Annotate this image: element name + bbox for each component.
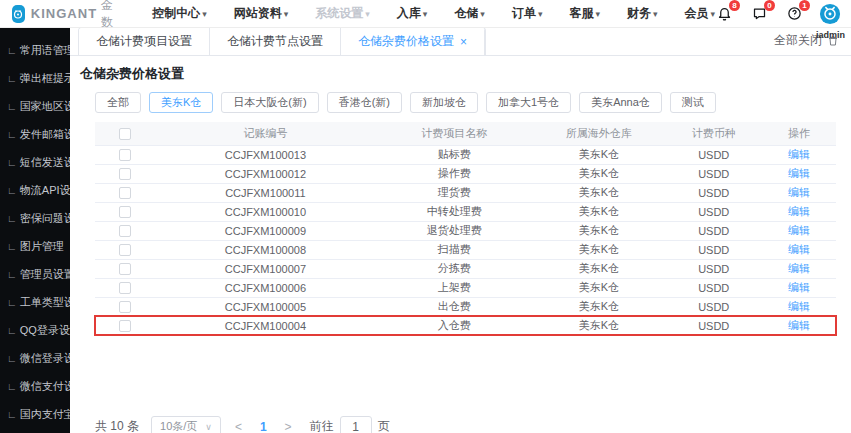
menu-item[interactable]: 网站资料▾ (234, 5, 289, 22)
sidebar-item-label: 短信发送设置 (20, 156, 70, 168)
cell-code: CCJFXM100013 (154, 145, 376, 164)
open-tabs: 仓储计费项目设置 仓储计费节点设置 仓储杂费价格设置 × (78, 27, 486, 55)
bell-icon[interactable]: 8 (715, 5, 733, 23)
edit-link[interactable]: 编辑 (788, 319, 810, 331)
row-checkbox[interactable] (119, 206, 131, 218)
edit-link[interactable]: 编辑 (788, 205, 810, 217)
tab[interactable]: 仓储计费项目设置 (79, 28, 210, 55)
row-checkbox[interactable] (119, 263, 131, 275)
sidebar-item-label: 国家地区设置 (20, 100, 70, 112)
warehouse-filter-button[interactable]: 测试 (670, 92, 716, 113)
warehouse-filter-button[interactable]: 美东K仓 (149, 92, 213, 113)
warehouse-filter-button[interactable]: 加拿大1号仓 (486, 92, 571, 113)
sidebar-item[interactable]: ∟密保问题设置 (0, 204, 70, 232)
sidebar-menu: ∟常用语管理 ∟弹出框提示语管理 ∟国家地区设置 ∟发件邮箱设置 ∟短信发送设置 (0, 36, 70, 428)
chevron-down-icon: ▾ (423, 9, 428, 19)
tree-corner-icon: ∟ (7, 241, 17, 252)
sidebar: ∟常用语管理 ∟弹出框提示语管理 ∟国家地区设置 ∟发件邮箱设置 ∟短信发送设置 (0, 28, 70, 433)
sidebar-item[interactable]: ∟国家地区设置 (0, 92, 70, 120)
cell-currency: USDD (666, 316, 762, 335)
sidebar-item[interactable]: ∟图片管理 (0, 232, 70, 260)
sidebar-item[interactable]: ∟发件邮箱设置 (0, 120, 70, 148)
cell-warehouse: 美东K仓 (532, 278, 665, 297)
page-unit-label: 页 (378, 418, 390, 433)
row-checkbox[interactable] (119, 187, 131, 199)
page-size-select[interactable]: 10条/页 ∨ (151, 416, 221, 433)
sidebar-item-label: 物流API设置 (20, 184, 70, 196)
menu-item[interactable]: 控制中心▾ (152, 5, 207, 22)
edit-link[interactable]: 编辑 (788, 148, 810, 160)
table-row: CCJFXM100006 上架费 美东K仓 USDD 编辑 (95, 278, 836, 297)
cell-fee-name: 贴标费 (377, 145, 533, 164)
fees-table: 记账编号 计费项目名称 所属海外仓库 计费币种 操作 CCJFXM100013 (95, 122, 836, 336)
warehouse-filter-button[interactable]: 日本大阪仓(新) (221, 92, 318, 113)
row-checkbox[interactable] (119, 149, 131, 161)
cell-code: CCJFXM100010 (154, 202, 376, 221)
menu-item-label: 客服 (569, 6, 593, 20)
table-row: CCJFXM100009 退货处理费 美东K仓 USDD 编辑 (95, 221, 836, 240)
cell-fee-name: 入仓费 (377, 316, 533, 335)
edit-link[interactable]: 编辑 (788, 186, 810, 198)
edit-link[interactable]: 编辑 (788, 281, 810, 293)
menu-item[interactable]: 订单▾ (512, 5, 543, 22)
bell-badge: 8 (729, 0, 740, 11)
sidebar-item-label: 工单类型设置 (20, 296, 70, 308)
sidebar-item[interactable]: ∟微信支付设置 (0, 372, 70, 400)
edit-link[interactable]: 编辑 (788, 300, 810, 312)
tab-close-icon[interactable]: × (460, 35, 467, 49)
row-checkbox[interactable] (119, 225, 131, 237)
sidebar-item[interactable]: ∟QQ登录设置 (0, 316, 70, 344)
sidebar-item[interactable]: ∟常用语管理 (0, 36, 70, 64)
user-menu[interactable]: iadmin (816, 3, 845, 40)
row-checkbox[interactable] (119, 301, 131, 313)
goto-page-input[interactable] (340, 416, 372, 433)
sidebar-item[interactable]: ∟微信登录设置 (0, 344, 70, 372)
tab-label: 仓储杂费价格设置 (358, 33, 454, 50)
edit-link[interactable]: 编辑 (788, 243, 810, 255)
menu-item[interactable]: 财务▾ (627, 5, 658, 22)
menu-item[interactable]: 客服▾ (569, 5, 600, 22)
warehouse-filter-button[interactable]: 美东Anna仓 (579, 92, 662, 113)
sidebar-item[interactable]: ∟短信发送设置 (0, 148, 70, 176)
sidebar-item[interactable]: ∟管理员设置 (0, 260, 70, 288)
tree-corner-icon: ∟ (7, 381, 17, 392)
current-page-button[interactable]: 1 (256, 420, 271, 433)
row-checkbox[interactable] (119, 168, 131, 180)
warehouse-filter-button[interactable]: 新加坡仓 (410, 92, 478, 113)
tree-corner-icon: ∟ (7, 297, 17, 308)
sidebar-item[interactable]: ∟弹出框提示语管理 (0, 64, 70, 92)
edit-link[interactable]: 编辑 (788, 262, 810, 274)
tab[interactable]: 仓储计费节点设置 (210, 28, 341, 55)
menu-item[interactable]: 入库▾ (397, 5, 428, 22)
tab-bar: 仓储计费项目设置 仓储计费节点设置 仓储杂费价格设置 × 全部关闭 (70, 28, 851, 56)
tab[interactable]: 仓储杂费价格设置 × (341, 28, 485, 55)
select-all-checkbox[interactable] (119, 128, 131, 140)
sidebar-item[interactable]: ∟国内支付宝设置 (0, 400, 70, 428)
warehouse-filter-button[interactable]: 香港仓(新) (327, 92, 402, 113)
sidebar-item[interactable]: ∟物流API设置 (0, 176, 70, 204)
sidebar-item-label: 管理员设置 (20, 268, 70, 280)
cell-warehouse: 美东K仓 (532, 221, 665, 240)
menu-item[interactable]: 仓储▾ (454, 5, 485, 22)
brand-logo-icon (12, 5, 25, 23)
menu-item-label: 控制中心 (152, 6, 200, 20)
menu-item[interactable]: 系统设置▾ (315, 5, 370, 22)
edit-link[interactable]: 编辑 (788, 224, 810, 236)
next-page-button[interactable]: > (283, 420, 294, 433)
menu-item-label: 仓储 (454, 6, 478, 20)
prev-page-button[interactable]: < (233, 420, 244, 433)
menu-item[interactable]: 会员▾ (684, 5, 715, 22)
row-checkbox[interactable] (119, 320, 131, 332)
sidebar-item[interactable]: ∟工单类型设置 (0, 288, 70, 316)
column-header-name: 计费项目名称 (377, 122, 533, 145)
row-checkbox[interactable] (119, 244, 131, 256)
brand-logo[interactable]: KINGANT 金数 (12, 0, 118, 31)
chat-icon[interactable]: 0 (750, 5, 768, 23)
edit-link[interactable]: 编辑 (788, 167, 810, 179)
brand-name: KINGANT (31, 6, 97, 21)
brand-name-cn: 金数 (101, 0, 118, 31)
help-icon[interactable]: 1 (785, 5, 803, 23)
row-checkbox[interactable] (119, 282, 131, 294)
cell-currency: USDD (666, 202, 762, 221)
warehouse-filter-button[interactable]: 全部 (95, 92, 141, 113)
